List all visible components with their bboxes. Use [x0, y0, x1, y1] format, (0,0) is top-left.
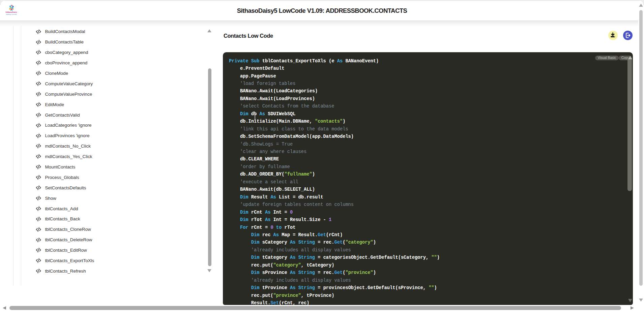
- svg-text:SithasoDaisy: SithasoDaisy: [5, 11, 17, 13]
- svg-text:Anything is possible: Anything is possible: [5, 13, 17, 15]
